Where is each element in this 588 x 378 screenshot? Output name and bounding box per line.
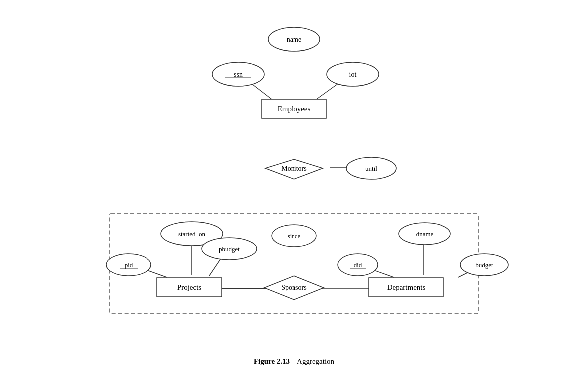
employees-entity-label: Employees xyxy=(278,105,311,113)
attr-did-label: did xyxy=(354,261,362,269)
departments-entity-label: Departments xyxy=(387,283,426,291)
attr-iot-label: iot xyxy=(349,71,357,78)
attr-ssn-label: ssn xyxy=(234,71,243,78)
attr-dname-label: dname xyxy=(416,230,434,238)
attr-until-label: until xyxy=(365,165,377,172)
attr-name-label: name xyxy=(287,36,301,43)
attr-budget-label: budget xyxy=(475,261,493,269)
figure-caption: Figure 2.13 Aggregation xyxy=(254,357,334,366)
attr-since-label: since xyxy=(288,232,301,240)
attr-pid-label: pid xyxy=(125,261,133,269)
sponsors-relationship-label: Sponsors xyxy=(281,284,306,291)
attr-started-on-label: started_on xyxy=(178,230,206,238)
attr-pbudget-label: pbudget xyxy=(219,245,240,253)
figure-number: Figure 2.13 xyxy=(254,357,290,365)
monitors-relationship-label: Monitors xyxy=(281,165,306,172)
figure-subtitle: Aggregation xyxy=(297,357,334,365)
projects-entity-label: Projects xyxy=(177,283,201,291)
er-diagram: name ssn iot Employees Monitors until st… xyxy=(45,13,543,352)
